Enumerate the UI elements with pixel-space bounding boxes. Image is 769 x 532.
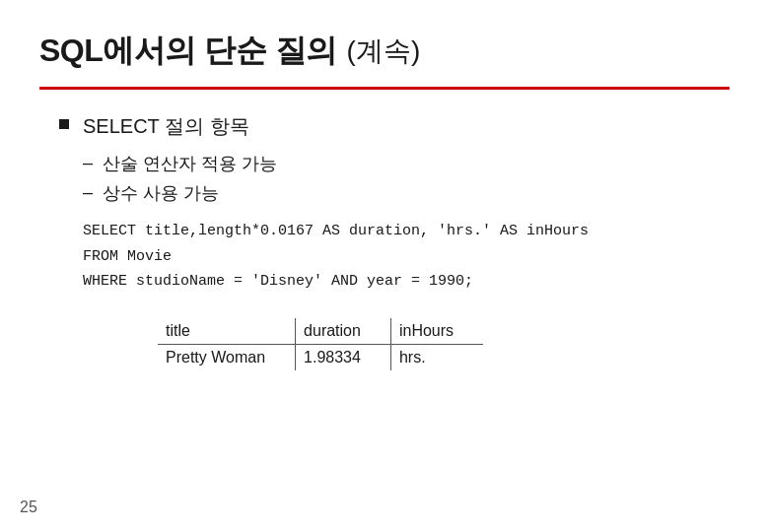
- code-line-1: SELECT title,length*0.0167 AS duration, …: [83, 219, 730, 244]
- bullet-icon: [59, 119, 69, 129]
- cell-title: Pretty Woman: [158, 344, 296, 370]
- code-block: SELECT title,length*0.0167 AS duration, …: [83, 219, 730, 295]
- col-inhours-header: inHours: [390, 318, 483, 345]
- col-duration-header: duration: [296, 318, 391, 345]
- cell-duration: 1.98334: [296, 344, 391, 370]
- content-area: SELECT 절의 항목 – 산술 연산자 적용 가능 – 상수 사용 가능 S…: [39, 113, 730, 370]
- code-line-3: WHERE studioName = 'Disney' AND year = 1…: [83, 269, 730, 295]
- bullet-label: SELECT 절의 항목: [83, 113, 249, 140]
- result-table-section: title duration inHours Pretty Woman 1.98…: [158, 318, 730, 370]
- result-table: title duration inHours Pretty Woman 1.98…: [158, 318, 483, 370]
- slide-header: SQL에서의 단순 질의 (계속): [39, 30, 730, 79]
- sub-bullets-list: – 산술 연산자 적용 가능 – 상수 사용 가능: [59, 152, 730, 205]
- sub-bullet-2: – 상수 사용 가능: [83, 181, 730, 205]
- sub-bullet-text-2: 상수 사용 가능: [103, 181, 219, 205]
- table-header-row: title duration inHours: [158, 318, 483, 345]
- page-number: 25: [20, 499, 37, 516]
- table-row: Pretty Woman 1.98334 hrs.: [158, 344, 483, 370]
- main-bullet: SELECT 절의 항목: [59, 113, 730, 140]
- slide-container: SQL에서의 단순 질의 (계속) SELECT 절의 항목 – 산술 연산자 …: [0, 0, 769, 532]
- main-title: SQL에서의 단순 질의: [39, 30, 337, 73]
- dash-icon-1: –: [83, 153, 93, 173]
- subtitle: (계속): [347, 33, 421, 70]
- sub-bullet-text-1: 산술 연산자 적용 가능: [103, 152, 277, 175]
- header-divider: [39, 87, 730, 90]
- cell-inhours: hrs.: [390, 344, 483, 370]
- sub-bullet-1: – 산술 연산자 적용 가능: [83, 152, 730, 175]
- col-title-header: title: [158, 318, 296, 345]
- code-line-2: FROM Movie: [83, 244, 730, 270]
- dash-icon-2: –: [83, 182, 93, 203]
